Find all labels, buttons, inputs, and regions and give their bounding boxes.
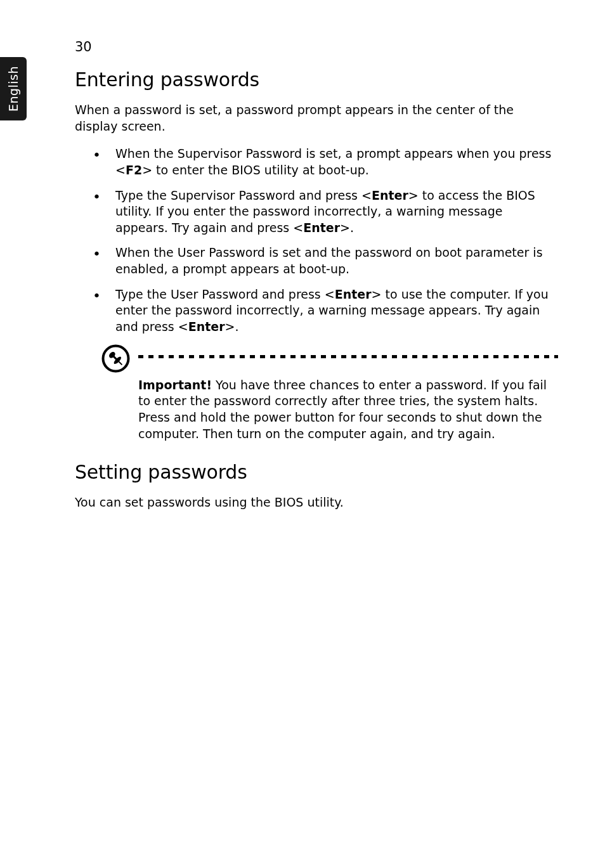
bullet-text: Type the Supervisor Password and press <: [115, 188, 372, 202]
page-content: Entering passwords When a password is se…: [75, 68, 556, 511]
note-text: Important! You have three chances to ent…: [138, 344, 549, 443]
setting-paragraph: You can set passwords using the BIOS uti…: [75, 495, 556, 511]
bullet-list: When the Supervisor Password is set, a p…: [75, 146, 556, 335]
bullet-text: >.: [340, 221, 354, 235]
key-ref: Enter: [188, 320, 225, 334]
bullet-text: When the User Password is set and the pa…: [115, 245, 543, 276]
key-ref: Enter: [372, 188, 408, 202]
key-ref: Enter: [303, 221, 340, 235]
bullet-text: > to enter the BIOS utility at boot-up.: [142, 163, 369, 177]
key-ref: Enter: [335, 287, 372, 301]
list-item: When the Supervisor Password is set, a p…: [75, 146, 556, 178]
list-item: Type the User Password and press <Enter>…: [75, 287, 556, 335]
pin-icon: [101, 344, 130, 373]
key-ref: F2: [126, 163, 142, 177]
important-note-block: Important! You have three chances to ent…: [75, 344, 556, 443]
list-item: Type the Supervisor Password and press <…: [75, 188, 556, 236]
heading-entering-passwords: Entering passwords: [75, 68, 556, 91]
bullet-text: Type the User Password and press <: [115, 287, 335, 301]
note-label: Important!: [138, 378, 212, 392]
side-language-tab: English: [0, 57, 27, 120]
side-language-label: English: [6, 66, 20, 112]
intro-paragraph: When a password is set, a password promp…: [75, 102, 556, 134]
list-item: When the User Password is set and the pa…: [75, 245, 556, 277]
page-number: 30: [75, 39, 92, 55]
bullet-text: >.: [225, 320, 239, 334]
note-separator-dashes: [138, 355, 558, 358]
heading-setting-passwords: Setting passwords: [75, 461, 556, 483]
